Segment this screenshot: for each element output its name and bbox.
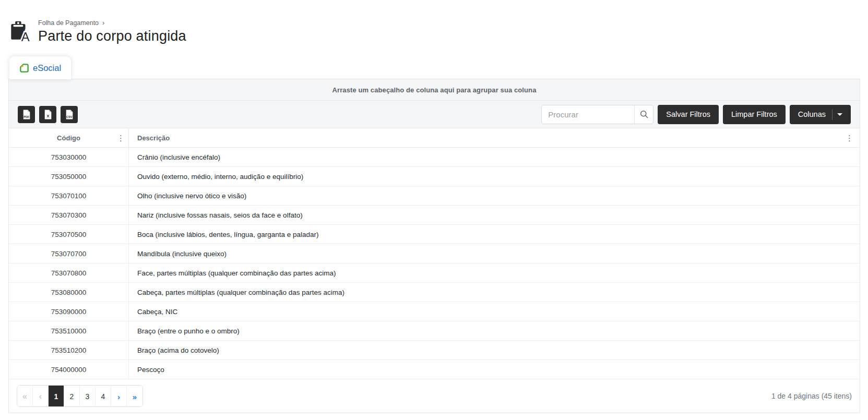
excel-file-icon: X [42, 109, 53, 120]
table-row[interactable]: 753030000 Crânio (inclusive encéfalo) [9, 148, 860, 167]
table-row[interactable]: 753070300 Nariz (inclusive fossas nasais… [9, 206, 860, 225]
export-pdf-button[interactable]: PDF [18, 106, 35, 123]
cell-codigo: 753070700 [9, 244, 129, 263]
pager: « ‹ 1 2 3 4 › » [17, 385, 143, 407]
cell-codigo: 753510000 [9, 321, 129, 340]
column-header-codigo-label: Código [57, 134, 80, 142]
table-row[interactable]: 753090000 Cabeça, NIC [9, 302, 860, 321]
chevron-down-icon [837, 113, 842, 116]
data-grid: Arraste um cabeçalho de coluna aqui para… [8, 79, 860, 413]
table-row[interactable]: 754000000 Pescoço [9, 360, 860, 379]
search-box [541, 105, 653, 124]
export-excel-button[interactable]: X [39, 106, 56, 123]
columns-label: Colunas [798, 110, 826, 118]
group-by-dropzone[interactable]: Arraste um cabeçalho de coluna aqui para… [9, 79, 860, 101]
cell-descricao: Crânio (inclusive encéfalo) [129, 148, 860, 166]
page-title: Parte do corpo atingida [38, 28, 186, 44]
tab-bar: eSocial [9, 56, 868, 79]
pdf-file-icon: PDF [21, 109, 32, 120]
next-page-button[interactable]: › [111, 386, 127, 407]
cell-descricao: Braço (acima do cotovelo) [129, 341, 860, 359]
page-number-button[interactable]: 4 [96, 386, 111, 407]
cell-codigo: 753070500 [9, 225, 129, 244]
table-row[interactable]: 753070700 Mandíbula (inclusive queixo) [9, 244, 860, 263]
column-header-descricao-label: Descrição [137, 134, 170, 142]
cell-codigo: 753070100 [9, 186, 129, 205]
column-header-descricao[interactable]: Descrição ⋮ [129, 128, 860, 147]
page-number-button[interactable]: 3 [80, 386, 96, 407]
svg-text:CSV: CSV [66, 115, 73, 118]
button-divider [832, 109, 833, 120]
table-header-row: Código ⋮ Descrição ⋮ [9, 128, 860, 148]
esocial-logo-icon [19, 63, 29, 73]
cell-descricao: Braço (entre o punho e o ombro) [129, 321, 860, 340]
page-number-button[interactable]: 1 [49, 386, 64, 407]
page-number-button[interactable]: 2 [64, 386, 80, 407]
save-filters-button[interactable]: Salvar Filtros [658, 105, 719, 124]
svg-text:A: A [21, 30, 30, 44]
tab-esocial[interactable]: eSocial [9, 56, 71, 79]
header-text: Folha de Pagamento › Parte do corpo atin… [38, 18, 186, 44]
table-row[interactable]: 753510000 Braço (entre o punho e o ombro… [9, 321, 860, 341]
save-filters-label: Salvar Filtros [666, 110, 710, 118]
cell-descricao: Cabeça, NIC [129, 302, 860, 321]
breadcrumb: Folha de Pagamento › [38, 18, 186, 27]
clear-filters-label: Limpar Filtros [731, 110, 777, 118]
table-body: 753030000 Crânio (inclusive encéfalo) 75… [9, 148, 860, 379]
table-row[interactable]: 753510200 Braço (acima do cotovelo) [9, 341, 860, 360]
pager-bar: « ‹ 1 2 3 4 › » 1 de 4 páginas (45 itens… [9, 379, 860, 413]
cell-descricao: Cabeça, partes múltiplas (qualquer combi… [129, 283, 860, 302]
page-header: A Folha de Pagamento › Parte do corpo at… [0, 0, 868, 46]
tab-esocial-label: eSocial [33, 63, 61, 73]
svg-text:X: X [46, 114, 50, 118]
breadcrumb-link[interactable]: Folha de Pagamento [38, 19, 99, 27]
cell-descricao: Ouvido (externo, médio, interno, audição… [129, 167, 860, 186]
cell-descricao: Olho (inclusive nervo ótico e visão) [129, 186, 860, 205]
breadcrumb-chevron-icon: › [102, 19, 104, 27]
cell-descricao: Pescoço [129, 360, 860, 379]
columns-dropdown-button[interactable]: Colunas [790, 105, 851, 124]
column-menu-icon[interactable]: ⋮ [117, 134, 125, 142]
table-row[interactable]: 753080000 Cabeça, partes múltiplas (qual… [9, 283, 860, 302]
csv-file-icon: CSV [64, 109, 75, 120]
column-menu-icon[interactable]: ⋮ [846, 134, 853, 142]
search-icon [639, 110, 649, 119]
group-by-hint: Arraste um cabeçalho de coluna aqui para… [332, 86, 537, 94]
search-input[interactable] [542, 105, 634, 124]
svg-text:PDF: PDF [23, 115, 30, 118]
clipboard-a-icon: A [8, 19, 31, 46]
cell-codigo: 754000000 [9, 360, 129, 379]
cell-codigo: 753080000 [9, 283, 129, 302]
table-row[interactable]: 753070100 Olho (inclusive nervo ótico e … [9, 186, 860, 206]
search-button[interactable] [634, 105, 653, 124]
cell-descricao: Boca (inclusive lábios, dentes, língua, … [129, 225, 860, 244]
first-page-button[interactable]: « [17, 386, 33, 407]
cell-descricao: Nariz (inclusive fossas nasais, seios da… [129, 206, 860, 224]
cell-codigo: 753070800 [9, 263, 129, 282]
cell-codigo: 753090000 [9, 302, 129, 321]
cell-codigo: 753050000 [9, 167, 129, 186]
cell-codigo: 753030000 [9, 148, 129, 166]
export-csv-button[interactable]: CSV [61, 106, 78, 123]
page-info: 1 de 4 páginas (45 itens) [771, 392, 852, 400]
cell-codigo: 753510200 [9, 341, 129, 359]
clear-filters-button[interactable]: Limpar Filtros [723, 105, 786, 124]
table-row[interactable]: 753070500 Boca (inclusive lábios, dentes… [9, 225, 860, 244]
last-page-button[interactable]: » [127, 386, 142, 407]
table-row[interactable]: 753070800 Face, partes múltiplas (qualqu… [9, 263, 860, 283]
previous-page-button[interactable]: ‹ [33, 386, 49, 407]
grid-toolbar: PDF X CSV Salvar Filtros Limp [9, 101, 860, 128]
table-row[interactable]: 753050000 Ouvido (externo, médio, intern… [9, 167, 860, 186]
column-header-codigo[interactable]: Código ⋮ [9, 128, 129, 147]
cell-descricao: Mandíbula (inclusive queixo) [129, 244, 860, 263]
cell-codigo: 753070300 [9, 206, 129, 224]
cell-descricao: Face, partes múltiplas (qualquer combina… [129, 263, 860, 282]
